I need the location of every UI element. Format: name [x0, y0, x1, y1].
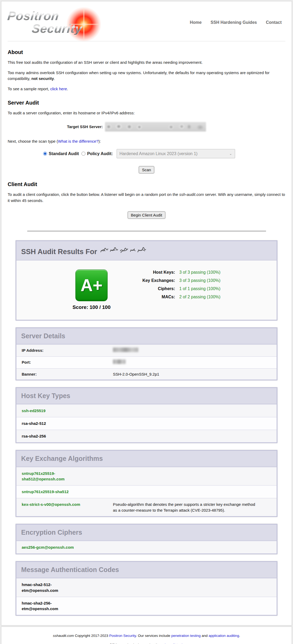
- positron-security-link[interactable]: Positron Security: [109, 634, 136, 638]
- not-security-emphasis: not security: [31, 76, 54, 81]
- policy-select[interactable]: Hardened Amazon Linux 2023 (version 1) ⌄: [117, 149, 235, 158]
- sample-report-link[interactable]: click here: [50, 87, 67, 91]
- scan-type-paragraph: Next, choose the scan type (What is the …: [8, 138, 285, 145]
- chevron-down-icon: ⌄: [229, 152, 232, 156]
- key-exchange-title: Key Exchange Algorithms: [21, 455, 103, 462]
- nav-home[interactable]: Home: [190, 20, 202, 25]
- host-key-row: rsa-sha2-512: [16, 417, 277, 430]
- target-server-input[interactable]: [105, 122, 206, 132]
- about-paragraph-1: This free tool audits the configuration …: [8, 60, 285, 66]
- macs-panel: Message Authentication Codes hmac-sha2-5…: [16, 561, 277, 616]
- results-divider: [27, 231, 266, 231]
- target-server-label: Target SSH Server:: [67, 124, 103, 129]
- detail-row-ip: IP Address:: [16, 344, 277, 356]
- server-audit-heading: Server Audit: [8, 100, 285, 106]
- standard-audit-label: Standard Audit: [49, 151, 79, 156]
- policy-audit-label: Policy Audit:: [87, 151, 113, 156]
- footer-line-1: sshaudit.com Copyright 2017-2023 Positro…: [7, 634, 286, 638]
- detail-row-banner: Banner: SSH-2.0-OpenSSH_9.2p1: [16, 368, 277, 380]
- main-nav: Home SSH Hardening Guides Contact: [190, 20, 285, 25]
- encryption-ciphers-header: Encryption Ciphers: [16, 525, 277, 541]
- application-auditing-link[interactable]: application auditing: [209, 634, 239, 638]
- grade-badge: A+: [75, 269, 108, 301]
- server-details-title: Server Details: [21, 332, 65, 340]
- policy-select-value: Hardened Amazon Linux 2023 (version 1): [120, 151, 198, 156]
- redacted-hostname: [100, 246, 147, 255]
- banner-value: SSH-2.0-OpenSSH_9.2p1: [113, 371, 159, 377]
- cipher-row: aes256-gcm@openssh.com: [16, 541, 277, 553]
- policy-audit-radio[interactable]: [81, 152, 85, 156]
- redacted-ip-address: [113, 348, 138, 352]
- host-key-types-panel: Host Key Types ssh-ed25519 rsa-sha2-512 …: [16, 387, 277, 443]
- results-stats: Host Keys: 3 of 3 passing (100%) Key Exc…: [127, 270, 221, 303]
- encryption-ciphers-panel: Encryption Ciphers aes256-gcm@openssh.co…: [16, 524, 277, 554]
- stat-row-ciphers: Ciphers: 1 of 1 passing (100%): [127, 286, 221, 291]
- grade-letter: A+: [80, 277, 103, 294]
- host-key-types-title: Host Key Types: [21, 392, 70, 400]
- about-paragraph-2: Too many admins overlook SSH configurati…: [8, 70, 285, 82]
- site-header: Positron Security Home SSH Hardening Gui…: [8, 8, 285, 37]
- server-audit-intro: To audit a server configuration, enter i…: [8, 110, 285, 116]
- client-audit-paragraph: To audit a client configuration, click t…: [8, 192, 285, 204]
- macs-header: Message Authentication Codes: [16, 562, 277, 578]
- ssh-audit-domain-text: ssh-audit.com: [179, 192, 204, 197]
- ssh-audit-results-panel: SSH Audit Results For A+ Score: 100 / 10…: [16, 240, 277, 321]
- mac-row: hmac-sha2-512-etm@openssh.com: [16, 578, 277, 597]
- standard-audit-radio[interactable]: [43, 152, 47, 156]
- scan-button[interactable]: Scan: [139, 166, 154, 173]
- nav-contact[interactable]: Contact: [266, 20, 282, 25]
- site-footer: sshaudit.com Copyright 2017-2023 Positro…: [1, 627, 292, 644]
- header-divider: [8, 41, 285, 41]
- mac-row: hmac-sha2-256-etm@openssh.com: [16, 597, 277, 615]
- results-title: SSH Audit Results For: [21, 248, 97, 256]
- about-heading: About: [8, 49, 285, 55]
- kex-row: sntrup761x25519-sha512: [16, 485, 277, 498]
- client-audit-heading: Client Audit: [8, 181, 285, 187]
- logo-word-positron: Positron: [7, 10, 83, 22]
- stat-row-macs: MACs: 2 of 2 passing (100%): [127, 295, 221, 299]
- kex-row: sntrup761x25519-sha512@openssh.com: [16, 467, 277, 485]
- redacted-port: [113, 359, 126, 364]
- stat-row-key-exchanges: Key Exchanges: 3 of 3 passing (100%): [127, 278, 221, 283]
- key-exchange-panel: Key Exchange Algorithms sntrup761x25519-…: [16, 450, 277, 517]
- ssh-audit-tool-link[interactable]: ssh-audit tool: [161, 643, 182, 644]
- encryption-ciphers-title: Encryption Ciphers: [21, 529, 82, 536]
- nav-ssh-hardening-guides[interactable]: SSH Hardening Guides: [210, 20, 257, 25]
- key-exchange-header: Key Exchange Algorithms: [16, 451, 277, 467]
- server-details-panel: Server Details IP Address: Port: Banner:…: [16, 327, 277, 380]
- sample-report-paragraph: To see a sample report, click here.: [8, 86, 285, 92]
- score-text: Score: 100 / 100: [72, 304, 111, 310]
- detail-row-port: Port:: [16, 356, 277, 368]
- host-key-types-header: Host Key Types: [16, 388, 277, 404]
- macs-title: Message Authentication Codes: [21, 566, 119, 574]
- host-key-row: ssh-ed25519: [16, 404, 277, 417]
- positron-security-logo: Positron Security: [8, 8, 99, 37]
- scan-type-options: Standard Audit Policy Audit: Hardened Am…: [0, 149, 278, 158]
- stat-row-host-keys: Host Keys: 3 of 3 passing (100%): [127, 270, 221, 275]
- kex-row: kex-strict-s-v00@openssh.com Pseudo-algo…: [16, 498, 277, 516]
- results-panel-header: SSH Audit Results For: [16, 241, 277, 260]
- main-content-card: Positron Security Home SSH Hardening Gui…: [1, 1, 292, 625]
- scan-type-difference-link[interactable]: What is the difference?: [58, 139, 98, 143]
- footer-line-2: SSH scanning is done using the ssh-audit…: [7, 643, 286, 644]
- server-details-header: Server Details: [16, 328, 277, 344]
- host-key-row: rsa-sha2-256: [16, 430, 277, 442]
- target-server-row: Target SSH Server:: [0, 122, 275, 132]
- begin-client-audit-button[interactable]: Begin Client Audit: [128, 211, 165, 219]
- logo-word-security: Security: [31, 22, 83, 35]
- results-summary: A+ Score: 100 / 100 Host Keys: 3 of 3 pa…: [16, 260, 277, 320]
- penetration-testing-link[interactable]: penetration testing: [171, 634, 201, 638]
